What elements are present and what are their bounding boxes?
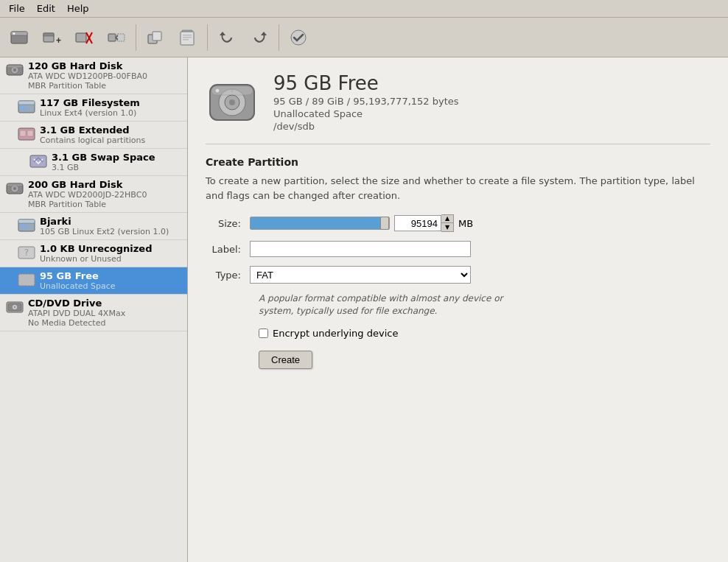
panel-device: /dev/sdb xyxy=(273,121,459,132)
undo-button[interactable] xyxy=(212,22,242,53)
partition-icon xyxy=(18,99,35,115)
sidebar: 120 GB Hard Disk ATA WDC WD1200PB-00FBA0… xyxy=(0,57,188,562)
free-sub1: Unallocated Space xyxy=(40,281,181,291)
cdrom-sub1: ATAPI DVD DUAL 4XMax xyxy=(28,309,181,318)
svg-point-51 xyxy=(229,99,235,105)
type-label: Type: xyxy=(206,270,250,281)
svg-text:?: ? xyxy=(24,247,29,258)
svg-point-47 xyxy=(14,306,15,308)
main-content: 120 GB Hard Disk ATA WDC WD1200PB-00FBA0… xyxy=(0,57,728,562)
size-unit: MB xyxy=(458,218,473,229)
undo-icon xyxy=(217,27,237,48)
type-row: Type: FAT ext4 ext3 ext2 NTFS btrfs xfs … xyxy=(206,266,710,284)
sidebar-item-unrecognized[interactable]: ? 1.0 KB Unrecognized Unknown or Unused xyxy=(0,240,187,267)
encrypt-row: Encrypt underlying device xyxy=(259,328,710,339)
size-decrement-button[interactable]: ▼ xyxy=(441,223,453,231)
svg-text:+: + xyxy=(56,35,61,46)
menu-help[interactable]: Help xyxy=(61,1,95,15)
panel-type: Unallocated Space xyxy=(273,108,459,119)
menu-edit[interactable]: Edit xyxy=(31,1,61,15)
disk2-title: 200 GB Hard Disk xyxy=(28,179,181,190)
apply-button[interactable] xyxy=(284,22,313,53)
label-input[interactable] xyxy=(250,241,471,257)
panel-disk-icon xyxy=(206,76,259,129)
ext1-sub1: Contains logical partitions xyxy=(40,136,181,145)
size-increment-button[interactable]: ▲ xyxy=(441,215,453,223)
svg-rect-12 xyxy=(153,32,161,41)
svg-rect-36 xyxy=(7,183,23,186)
svg-rect-9 xyxy=(108,34,116,41)
delete-partition-button[interactable] xyxy=(69,22,99,53)
toolbar-separator-1 xyxy=(136,24,136,51)
svg-rect-6 xyxy=(76,33,86,42)
apply-icon xyxy=(288,27,309,48)
unrecognized-title: 1.0 KB Unrecognized xyxy=(40,243,181,254)
svg-rect-16 xyxy=(183,37,192,38)
svg-point-23 xyxy=(13,69,16,71)
resize-partition-icon xyxy=(106,27,127,48)
swap-partition-icon xyxy=(29,153,47,169)
paste-partition-button[interactable] xyxy=(173,22,203,53)
redo-icon xyxy=(249,27,270,48)
fs1-title: 117 GB Filesystem xyxy=(40,97,181,108)
label-row: Label: xyxy=(206,241,710,257)
svg-rect-30 xyxy=(20,130,26,136)
sidebar-item-swap1[interactable]: 3.1 GB Swap Space 3.1 GB xyxy=(0,149,187,176)
disk2-sub1: ATA WDC WD2000JD-22HBC0 xyxy=(28,190,181,200)
copy-partition-button[interactable] xyxy=(141,22,170,53)
disk1-title: 120 GB Hard Disk xyxy=(28,60,181,71)
extended-partition-icon xyxy=(18,126,35,142)
redo-button[interactable] xyxy=(245,22,274,53)
encrypt-label[interactable]: Encrypt underlying device xyxy=(273,328,398,339)
new-partition-table-button[interactable] xyxy=(4,22,34,53)
cdrom-title: CD/DVD Drive xyxy=(28,298,181,309)
sidebar-item-fs1[interactable]: 117 GB Filesystem Linux Ext4 (version 1.… xyxy=(0,94,187,122)
size-input[interactable] xyxy=(394,215,441,231)
svg-rect-43 xyxy=(18,274,35,286)
right-panel: 95 GB Free 95 GB / 89 GiB / 95,193,777,1… xyxy=(188,57,728,562)
menu-file[interactable]: File xyxy=(3,1,31,15)
toolbar: + xyxy=(0,18,728,57)
cdrom-icon xyxy=(6,299,24,315)
bjarki-icon xyxy=(18,217,35,233)
copy-partition-icon xyxy=(145,27,166,48)
svg-rect-24 xyxy=(7,65,23,68)
hard-disk-icon xyxy=(6,62,24,78)
svg-rect-4 xyxy=(43,33,54,36)
disk1-sub1: ATA WDC WD1200PB-00FBA0 xyxy=(28,71,181,81)
delete-partition-icon xyxy=(74,27,94,48)
svg-point-2 xyxy=(13,32,15,35)
svg-rect-27 xyxy=(20,106,24,108)
svg-rect-28 xyxy=(20,108,27,110)
new-partition-icon: + xyxy=(41,27,62,48)
sidebar-item-cdrom[interactable]: CD/DVD Drive ATAPI DVD DUAL 4XMax No Med… xyxy=(0,295,187,331)
svg-marker-18 xyxy=(220,32,225,35)
encrypt-checkbox[interactable] xyxy=(259,329,268,338)
resize-partition-button[interactable] xyxy=(102,22,131,53)
sidebar-item-free[interactable]: 95 GB Free Unallocated Space xyxy=(0,267,187,295)
create-button[interactable]: Create xyxy=(259,351,312,369)
svg-rect-10 xyxy=(117,34,125,41)
size-spinbox: ▲ ▼ xyxy=(394,214,454,232)
label-label: Label: xyxy=(206,244,250,255)
svg-rect-17 xyxy=(183,39,189,41)
new-partition-button[interactable]: + xyxy=(37,22,66,53)
new-partition-table-icon xyxy=(9,27,29,48)
size-row: Size: ▲ ▼ MB xyxy=(206,214,710,232)
size-spinner-buttons: ▲ ▼ xyxy=(441,214,454,232)
svg-rect-38 xyxy=(18,219,35,223)
free-title: 95 GB Free xyxy=(40,270,181,281)
sidebar-item-ext1[interactable]: 3.1 GB Extended Contains logical partiti… xyxy=(0,122,187,149)
size-slider[interactable] xyxy=(250,217,390,230)
toolbar-separator-2 xyxy=(207,24,208,51)
panel-title: 95 GB Free xyxy=(273,72,459,94)
type-control: FAT ext4 ext3 ext2 NTFS btrfs xfs swap N… xyxy=(250,266,471,284)
paste-partition-icon xyxy=(178,27,198,48)
bjarki-sub1: 105 GB Linux Ext2 (version 1.0) xyxy=(40,227,181,236)
swap1-title: 3.1 GB Swap Space xyxy=(52,152,181,163)
sidebar-item-disk1[interactable]: 120 GB Hard Disk ATA WDC WD1200PB-00FBA0… xyxy=(0,57,187,94)
sidebar-item-disk2[interactable]: 200 GB Hard Disk ATA WDC WD2000JD-22HBC0… xyxy=(0,176,187,213)
type-select[interactable]: FAT ext4 ext3 ext2 NTFS btrfs xfs swap N… xyxy=(250,266,471,284)
sidebar-item-bjarki[interactable]: Bjarki 105 GB Linux Ext2 (version 1.0) xyxy=(0,213,187,240)
svg-point-54 xyxy=(215,88,220,93)
